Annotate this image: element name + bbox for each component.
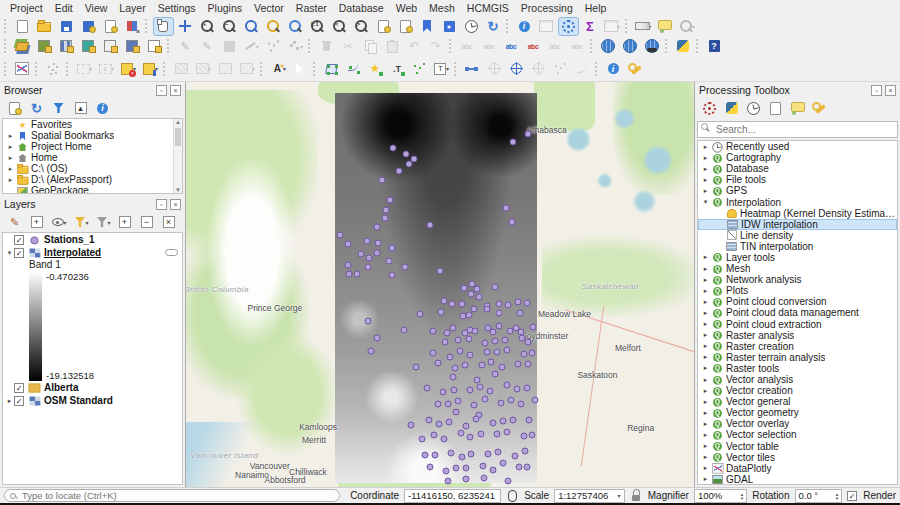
- expand-arrow-icon[interactable]: ▸: [6, 132, 15, 140]
- browser-item-project-home[interactable]: ▸Project Home: [3, 141, 182, 152]
- menu-processing[interactable]: Processing: [515, 0, 579, 16]
- algorithm-item-gdal[interactable]: ▸GDAL: [698, 474, 897, 485]
- zoom-out-button[interactable]: −: [219, 17, 240, 36]
- menu-vector[interactable]: Vector: [248, 0, 290, 16]
- pan-map-button[interactable]: [153, 17, 174, 36]
- add-selected-layers-button[interactable]: [6, 100, 23, 116]
- expand-arrow-icon[interactable]: ▸: [701, 143, 710, 151]
- deselect-features-button[interactable]: ▾: [118, 59, 139, 78]
- expand-arrow-icon[interactable]: ▸: [701, 387, 710, 395]
- processing-toolbox-button[interactable]: [558, 17, 579, 36]
- annotation-move-button[interactable]: [462, 59, 483, 78]
- new-spatial-bookmark-button[interactable]: [417, 17, 438, 36]
- zoom-to-selection-button[interactable]: [263, 17, 284, 36]
- expand-arrow-icon[interactable]: ▸: [701, 464, 710, 472]
- expand-arrow-icon[interactable]: ▸: [701, 154, 710, 162]
- layers-float-button[interactable]: ▫: [156, 199, 167, 210]
- layer-row-osm-standard[interactable]: ▸✓OSM Standard: [3, 394, 182, 407]
- zoom-native-button[interactable]: 1:1: [307, 17, 328, 36]
- menu-edit[interactable]: Edit: [49, 0, 79, 16]
- locator-input[interactable]: [20, 489, 334, 502]
- algorithm-item-mesh[interactable]: ▸Mesh: [698, 263, 897, 274]
- help-contents-button[interactable]: [704, 37, 725, 56]
- python-scripts-button[interactable]: [723, 100, 740, 116]
- algorithm-item-vector-overlay[interactable]: ▸Vector overlay: [698, 418, 897, 429]
- add-favorite-button[interactable]: [365, 59, 386, 78]
- algorithm-item-raster-analysis[interactable]: ▸Raster analysis: [698, 330, 897, 341]
- processing-float-button[interactable]: ▫: [871, 85, 882, 96]
- add-virtual-layer-button[interactable]: [144, 37, 165, 56]
- text-annotation-button[interactable]: ▾: [431, 59, 452, 78]
- metadata-info-button[interactable]: [603, 59, 624, 78]
- expand-arrow-icon[interactable]: ▸: [6, 154, 15, 162]
- algorithm-item-point-cloud-data-management[interactable]: ▸Point cloud data management: [698, 307, 897, 318]
- algorithm-item-line-density[interactable]: Line density: [698, 230, 897, 241]
- rotation-spinner[interactable]: 0.0 ° ▴▾: [795, 489, 843, 503]
- filter-by-expression-button[interactable]: ▾: [94, 214, 111, 230]
- browser-item-c-os[interactable]: ▸C:\ (OS): [3, 163, 182, 174]
- algorithm-item-point-cloud-extraction[interactable]: ▸Point cloud extraction: [698, 319, 897, 330]
- algorithm-item-idw-interpolation[interactable]: IDW interpolation: [698, 219, 897, 230]
- add-mesh-layer-button[interactable]: [78, 37, 99, 56]
- browser-scrollbar[interactable]: ▲▼: [173, 119, 182, 193]
- menu-view[interactable]: View: [79, 0, 114, 16]
- history-button[interactable]: [745, 100, 762, 116]
- menu-database[interactable]: Database: [333, 0, 390, 16]
- map-canvas[interactable]: British ColumbiaPrince GeorgeKamloopsMer…: [185, 82, 695, 487]
- layer-visibility-checkbox[interactable]: ✓: [14, 248, 24, 258]
- algorithm-item-raster-terrain-analysis[interactable]: ▸Raster terrain analysis: [698, 352, 897, 363]
- expand-arrow-icon[interactable]: ▸: [701, 253, 710, 261]
- algorithm-item-vector-tiles[interactable]: ▸Vector tiles: [698, 452, 897, 463]
- annotation-georef-button[interactable]: [506, 59, 527, 78]
- coordinate-input[interactable]: -11416150, 6235241: [404, 489, 501, 503]
- filter-browser-button[interactable]: [50, 100, 67, 116]
- menu-help[interactable]: Help: [579, 0, 613, 16]
- new-map-view-button[interactable]: [373, 17, 394, 36]
- browser-properties-button[interactable]: [94, 100, 111, 116]
- algorithm-item-raster-creation[interactable]: ▸Raster creation: [698, 341, 897, 352]
- style-manager-button[interactable]: [122, 17, 143, 36]
- layer-row-stations-1[interactable]: ✓Stations_1: [3, 233, 182, 246]
- expand-arrow-icon[interactable]: ▸: [701, 265, 710, 273]
- algorithm-item-recently-used[interactable]: ▸Recently used: [698, 141, 897, 152]
- processing-options-button[interactable]: [811, 100, 828, 116]
- expand-arrow-icon[interactable]: ▸: [701, 331, 710, 339]
- algorithm-item-plots[interactable]: ▸Plots: [698, 285, 897, 296]
- map-tool-cursor-button[interactable]: [290, 59, 311, 78]
- save-project-as-button[interactable]: [78, 17, 99, 36]
- expand-arrow-icon[interactable]: ▸: [701, 364, 710, 372]
- add-delimited-text-layer-button[interactable]: [100, 37, 121, 56]
- expand-arrow-icon[interactable]: ▸: [701, 376, 710, 384]
- metasearch-button[interactable]: [598, 37, 619, 56]
- qosm-button[interactable]: [642, 37, 663, 56]
- extents-toggle-icon[interactable]: [506, 489, 519, 502]
- render-checkbox[interactable]: ✓ Render: [847, 490, 896, 501]
- layer-row-alberta[interactable]: ✓Alberta: [3, 381, 182, 394]
- data-source-manager-button[interactable]: [12, 37, 33, 56]
- manage-map-themes-button[interactable]: ▾: [50, 214, 67, 230]
- browser-float-button[interactable]: ▫: [156, 85, 167, 96]
- scale-combo[interactable]: 1:12757406 ▾: [554, 489, 624, 503]
- algorithm-item-vector-table[interactable]: ▸Vector table: [698, 441, 897, 452]
- menu-layer[interactable]: Layer: [113, 0, 151, 16]
- menu-project[interactable]: Project: [4, 0, 49, 16]
- dataplotly-button[interactable]: [12, 59, 33, 78]
- add-text-label-button[interactable]: [387, 59, 408, 78]
- menu-plugins[interactable]: Plugins: [202, 0, 248, 16]
- spinner-arrows-icon[interactable]: ▴▾: [741, 492, 744, 500]
- filter-legend-button[interactable]: ▾: [72, 214, 89, 230]
- algorithm-item-network-analysis[interactable]: ▸Network analysis: [698, 274, 897, 285]
- expand-arrow-icon[interactable]: ▸: [701, 342, 710, 350]
- zoom-last-button[interactable]: <: [329, 17, 350, 36]
- algorithm-item-interpolation[interactable]: ▾Interpolation: [698, 196, 897, 207]
- expand-arrow-icon[interactable]: ▸: [701, 176, 710, 184]
- remove-layer-button[interactable]: ×: [160, 214, 177, 230]
- expand-arrow-icon[interactable]: ▸: [701, 276, 710, 284]
- layer-labeling-button[interactable]: [501, 37, 522, 56]
- algorithm-item-vector-selection[interactable]: ▸Vector selection: [698, 429, 897, 440]
- expand-arrow-icon[interactable]: ▸: [701, 353, 710, 361]
- add-raster-layer-button[interactable]: [56, 37, 77, 56]
- menu-hcmgis[interactable]: HCMGIS: [461, 0, 515, 16]
- algorithm-item-tin-interpolation[interactable]: TIN interpolation: [698, 241, 897, 252]
- layer-visibility-checkbox[interactable]: ✓: [14, 383, 24, 393]
